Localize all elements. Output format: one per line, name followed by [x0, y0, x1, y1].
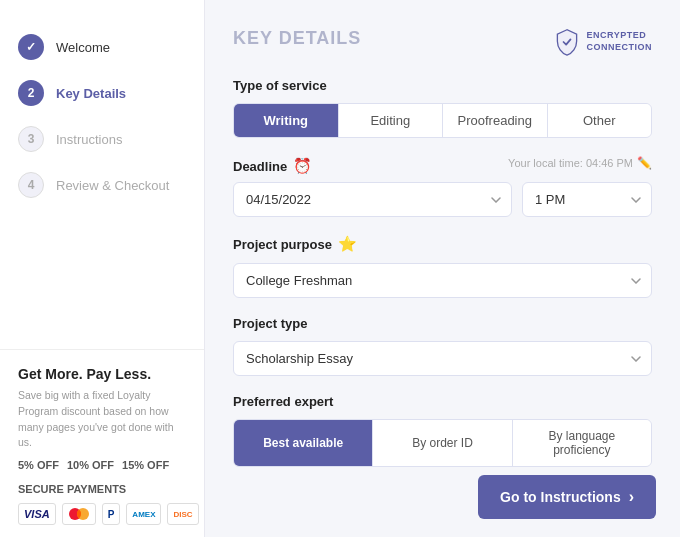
discover-icon: DISC	[167, 503, 198, 525]
step-label-review: Review & Checkout	[56, 178, 169, 193]
clock-icon: ⏰	[293, 157, 312, 175]
expert-tabs: Best available By order ID By language p…	[233, 419, 652, 467]
local-time-label: Your local time: 04:46 PM ✏️	[508, 156, 652, 170]
encrypted-badge: ENCRYPTED CONNECTION	[553, 28, 653, 56]
step-circle-instructions: 3	[18, 126, 44, 152]
discount-15: 15% OFF	[122, 459, 169, 471]
goto-btn-container: Go to Instructions ›	[478, 475, 656, 519]
preferred-expert-label: Preferred expert	[233, 394, 652, 409]
payment-icons: VISA P AMEX DISC	[18, 503, 186, 525]
step-circle-key-details: 2	[18, 80, 44, 106]
deadline-date-select[interactable]: 04/15/2022 04/16/2022 04/17/2022	[233, 182, 512, 217]
star-icon: ⭐	[338, 235, 357, 253]
paypal-icon: P	[102, 503, 121, 525]
service-type-label: Type of service	[233, 78, 652, 93]
project-purpose-select[interactable]: High School College Freshman College Sen…	[233, 263, 652, 298]
goto-instructions-label: Go to Instructions	[500, 489, 621, 505]
amex-icon: AMEX	[126, 503, 161, 525]
encrypted-text: ENCRYPTED CONNECTION	[587, 30, 653, 53]
preferred-expert-section: Preferred expert Best available By order…	[233, 394, 652, 467]
tab-by-language[interactable]: By language proficiency	[513, 420, 651, 466]
step-label-key-details: Key Details	[56, 86, 126, 101]
step-label-instructions: Instructions	[56, 132, 122, 147]
deadline-time-col: 12 AM1 AM2 AM 3 AM4 AM5 AM 6 AM7 AM8 AM …	[522, 182, 652, 217]
deadline-time-select[interactable]: 12 AM1 AM2 AM 3 AM4 AM5 AM 6 AM7 AM8 AM …	[522, 182, 652, 217]
step-welcome[interactable]: ✓ Welcome	[0, 24, 204, 70]
deadline-row: 04/15/2022 04/16/2022 04/17/2022 12 AM1 …	[233, 182, 652, 217]
sidebar: ✓ Welcome 2 Key Details 3 Instructions 4…	[0, 0, 205, 537]
mastercard-icon	[62, 503, 96, 525]
discount-5: 5% OFF	[18, 459, 59, 471]
step-label-welcome: Welcome	[56, 40, 110, 55]
goto-instructions-button[interactable]: Go to Instructions ›	[478, 475, 656, 519]
project-type-section: Project type Essay Research Paper Schola…	[233, 316, 652, 376]
step-key-details[interactable]: 2 Key Details	[0, 70, 204, 116]
project-type-select[interactable]: Essay Research Paper Scholarship Essay T…	[233, 341, 652, 376]
main-content: KEY DETAILS ENCRYPTED CONNECTION Type of…	[205, 0, 680, 537]
service-type-section: Type of service Writing Editing Proofrea…	[233, 78, 652, 138]
secure-label: SECURE PAYMENTS	[18, 483, 186, 495]
visa-icon: VISA	[18, 503, 56, 525]
tab-best-available[interactable]: Best available	[234, 420, 373, 466]
promo-description: Save big with a fixed Loyalty Program di…	[18, 388, 186, 451]
service-tabs: Writing Editing Proofreading Other	[233, 103, 652, 138]
tab-editing[interactable]: Editing	[339, 104, 444, 137]
promo-title: Get More. Pay Less.	[18, 366, 186, 382]
step-instructions[interactable]: 3 Instructions	[0, 116, 204, 162]
project-purpose-section: Project purpose ⭐ High School College Fr…	[233, 235, 652, 298]
step-circle-welcome: ✓	[18, 34, 44, 60]
shield-icon	[553, 28, 581, 56]
tab-other[interactable]: Other	[548, 104, 652, 137]
arrow-icon: ›	[629, 488, 634, 506]
deadline-label: Deadline ⏰	[233, 157, 312, 175]
tab-writing[interactable]: Writing	[234, 104, 339, 137]
tab-by-order-id[interactable]: By order ID	[373, 420, 512, 466]
deadline-date-col: 04/15/2022 04/16/2022 04/17/2022	[233, 182, 512, 217]
deadline-label-row: Deadline ⏰ Your local time: 04:46 PM ✏️	[233, 156, 652, 176]
step-review-checkout[interactable]: 4 Review & Checkout	[0, 162, 204, 208]
project-type-label: Project type	[233, 316, 652, 331]
project-purpose-label: Project purpose ⭐	[233, 235, 652, 253]
edit-icon[interactable]: ✏️	[637, 156, 652, 170]
tab-proofreading[interactable]: Proofreading	[443, 104, 548, 137]
step-circle-review: 4	[18, 172, 44, 198]
deadline-section: Deadline ⏰ Your local time: 04:46 PM ✏️ …	[233, 156, 652, 217]
discount-10: 10% OFF	[67, 459, 114, 471]
page-title: KEY DETAILS	[233, 28, 361, 49]
main-header: KEY DETAILS ENCRYPTED CONNECTION	[233, 28, 652, 56]
promo-section: Get More. Pay Less. Save big with a fixe…	[0, 349, 204, 537]
promo-discounts: 5% OFF 10% OFF 15% OFF	[18, 459, 186, 471]
